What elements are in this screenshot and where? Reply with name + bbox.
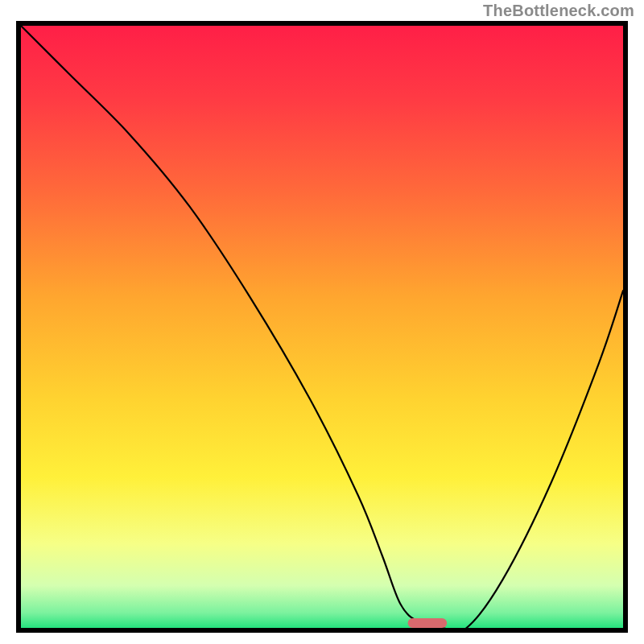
- plot-frame: [16, 21, 628, 633]
- chart-stage: TheBottleneck.com: [0, 0, 644, 644]
- plot-inner: [21, 26, 623, 628]
- chart-svg: [21, 26, 623, 628]
- watermark-text: TheBottleneck.com: [483, 2, 634, 20]
- minimum-marker: [408, 618, 448, 628]
